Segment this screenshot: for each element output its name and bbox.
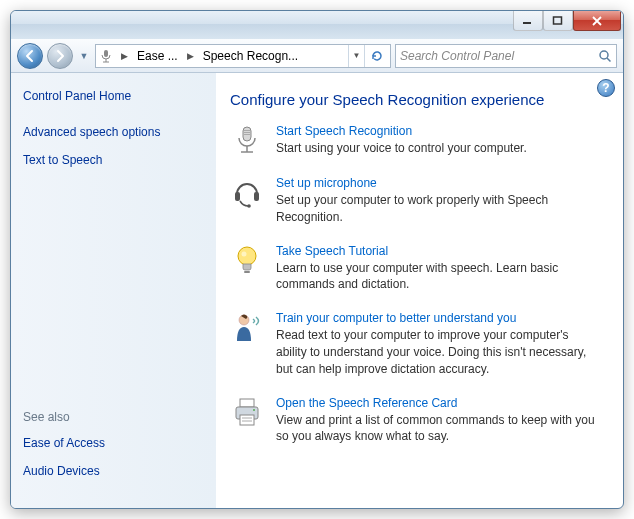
svg-point-15 <box>247 204 251 208</box>
nav-history-chevron-icon[interactable]: ▼ <box>77 46 91 66</box>
titlebar <box>11 11 623 39</box>
svg-rect-20 <box>240 399 254 407</box>
breadcrumb-level1[interactable]: Ease ... <box>135 49 180 63</box>
svg-rect-13 <box>235 192 240 201</box>
help-icon[interactable]: ? <box>597 79 615 97</box>
task-start-speech: Start Speech Recognition Start using you… <box>230 124 601 158</box>
window-controls <box>513 11 623 39</box>
svg-rect-9 <box>244 132 250 133</box>
page-title: Configure your Speech Recognition experi… <box>230 91 601 108</box>
svg-rect-14 <box>254 192 259 201</box>
task-tutorial: Take Speech Tutorial Learn to use your c… <box>230 244 601 294</box>
task-setup-mic: Set up microphone Set up your computer t… <box>230 176 601 226</box>
svg-rect-17 <box>244 271 250 273</box>
search-box[interactable] <box>395 44 617 68</box>
task-desc: View and print a list of common commands… <box>276 412 601 446</box>
reference-card-link[interactable]: Open the Speech Reference Card <box>276 396 601 410</box>
forward-button[interactable] <box>47 43 73 69</box>
main-content: ? Configure your Speech Recognition expe… <box>216 73 623 508</box>
navbar: ▼ ▶ Ease ... ▶ Speech Recogn... ▼ <box>11 39 623 73</box>
svg-point-5 <box>600 51 608 59</box>
task-reference: Open the Speech Reference Card View and … <box>230 396 601 446</box>
person-speaking-icon <box>230 311 264 345</box>
breadcrumb-level2[interactable]: Speech Recogn... <box>201 49 300 63</box>
task-desc: Start using your voice to control your c… <box>276 140 601 157</box>
address-bar[interactable]: ▶ Ease ... ▶ Speech Recogn... ▼ <box>95 44 391 68</box>
control-panel-home-link[interactable]: Control Panel Home <box>23 89 204 103</box>
svg-point-16 <box>238 247 256 265</box>
headset-icon <box>230 176 264 210</box>
search-input[interactable] <box>400 49 598 63</box>
svg-rect-8 <box>244 130 250 131</box>
microphone-icon <box>230 124 264 158</box>
printer-icon <box>230 396 264 430</box>
task-desc: Learn to use your computer with speech. … <box>276 260 601 294</box>
close-button[interactable] <box>573 11 621 31</box>
speech-tutorial-link[interactable]: Take Speech Tutorial <box>276 244 601 258</box>
control-panel-window: ▼ ▶ Ease ... ▶ Speech Recogn... ▼ Contro… <box>10 10 624 509</box>
task-desc: Read text to your computer to improve yo… <box>276 327 601 377</box>
task-train: Train your computer to better understand… <box>230 311 601 377</box>
svg-rect-10 <box>244 134 250 135</box>
ease-of-access-link[interactable]: Ease of Access <box>23 436 204 450</box>
back-button[interactable] <box>17 43 43 69</box>
svg-point-25 <box>253 409 255 411</box>
chevron-right-icon[interactable]: ▶ <box>184 51 197 61</box>
body: Control Panel Home Advanced speech optio… <box>11 73 623 508</box>
chevron-right-icon[interactable]: ▶ <box>118 51 131 61</box>
maximize-button[interactable] <box>543 11 573 31</box>
setup-microphone-link[interactable]: Set up microphone <box>276 176 601 190</box>
search-icon <box>598 49 612 63</box>
svg-line-6 <box>607 58 611 62</box>
advanced-speech-options-link[interactable]: Advanced speech options <box>23 125 204 139</box>
start-speech-link[interactable]: Start Speech Recognition <box>276 124 601 138</box>
train-computer-link[interactable]: Train your computer to better understand… <box>276 311 601 325</box>
microphone-icon <box>98 48 114 64</box>
audio-devices-link[interactable]: Audio Devices <box>23 464 204 478</box>
svg-point-18 <box>242 251 247 256</box>
minimize-button[interactable] <box>513 11 543 31</box>
svg-rect-22 <box>240 415 254 425</box>
address-dropdown-chevron-icon[interactable]: ▼ <box>348 45 364 67</box>
sidebar: Control Panel Home Advanced speech optio… <box>11 73 216 508</box>
see-also-header: See also <box>23 410 204 424</box>
svg-rect-2 <box>104 50 108 57</box>
text-to-speech-link[interactable]: Text to Speech <box>23 153 204 167</box>
lightbulb-icon <box>230 244 264 278</box>
refresh-button[interactable] <box>364 45 388 67</box>
task-desc: Set up your computer to work properly wi… <box>276 192 601 226</box>
svg-rect-1 <box>554 17 562 24</box>
svg-rect-0 <box>523 22 531 24</box>
